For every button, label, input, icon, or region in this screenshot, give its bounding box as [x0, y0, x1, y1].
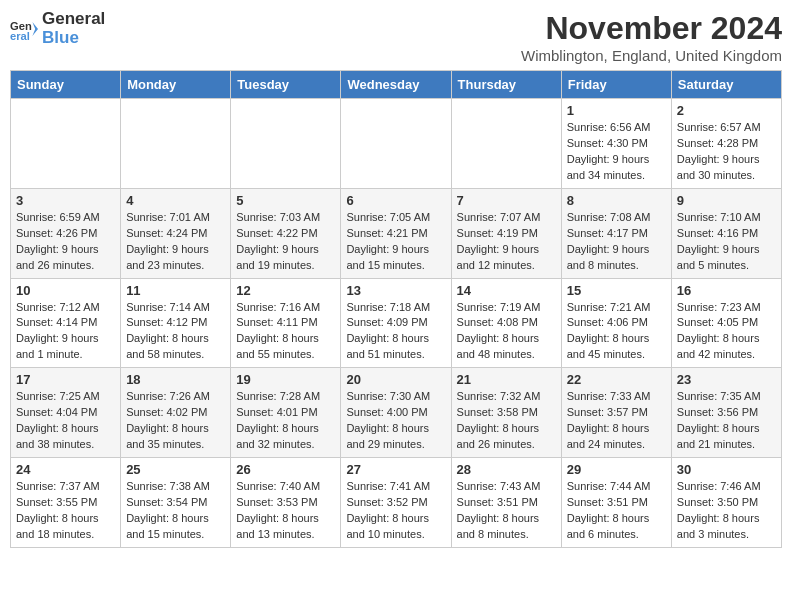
- calendar-cell: 15Sunrise: 7:21 AM Sunset: 4:06 PM Dayli…: [561, 278, 671, 368]
- day-info: Sunrise: 7:07 AM Sunset: 4:19 PM Dayligh…: [457, 210, 556, 274]
- day-number: 21: [457, 372, 556, 387]
- calendar-cell: 26Sunrise: 7:40 AM Sunset: 3:53 PM Dayli…: [231, 458, 341, 548]
- calendar-cell: 3Sunrise: 6:59 AM Sunset: 4:26 PM Daylig…: [11, 188, 121, 278]
- calendar-cell: 24Sunrise: 7:37 AM Sunset: 3:55 PM Dayli…: [11, 458, 121, 548]
- calendar-cell: [451, 99, 561, 189]
- day-number: 20: [346, 372, 445, 387]
- day-number: 8: [567, 193, 666, 208]
- calendar-cell: 2Sunrise: 6:57 AM Sunset: 4:28 PM Daylig…: [671, 99, 781, 189]
- day-number: 29: [567, 462, 666, 477]
- svg-marker-2: [32, 22, 38, 36]
- calendar-cell: 25Sunrise: 7:38 AM Sunset: 3:54 PM Dayli…: [121, 458, 231, 548]
- day-number: 24: [16, 462, 115, 477]
- day-info: Sunrise: 7:01 AM Sunset: 4:24 PM Dayligh…: [126, 210, 225, 274]
- calendar-cell: 16Sunrise: 7:23 AM Sunset: 4:05 PM Dayli…: [671, 278, 781, 368]
- day-number: 22: [567, 372, 666, 387]
- day-info: Sunrise: 7:16 AM Sunset: 4:11 PM Dayligh…: [236, 300, 335, 364]
- calendar-cell: 30Sunrise: 7:46 AM Sunset: 3:50 PM Dayli…: [671, 458, 781, 548]
- day-header-friday: Friday: [561, 71, 671, 99]
- month-title: November 2024: [521, 10, 782, 47]
- calendar-cell: [341, 99, 451, 189]
- calendar-cell: 10Sunrise: 7:12 AM Sunset: 4:14 PM Dayli…: [11, 278, 121, 368]
- day-number: 6: [346, 193, 445, 208]
- day-info: Sunrise: 7:05 AM Sunset: 4:21 PM Dayligh…: [346, 210, 445, 274]
- day-info: Sunrise: 7:21 AM Sunset: 4:06 PM Dayligh…: [567, 300, 666, 364]
- day-info: Sunrise: 7:28 AM Sunset: 4:01 PM Dayligh…: [236, 389, 335, 453]
- calendar-cell: 28Sunrise: 7:43 AM Sunset: 3:51 PM Dayli…: [451, 458, 561, 548]
- day-info: Sunrise: 7:43 AM Sunset: 3:51 PM Dayligh…: [457, 479, 556, 543]
- day-number: 2: [677, 103, 776, 118]
- day-info: Sunrise: 7:12 AM Sunset: 4:14 PM Dayligh…: [16, 300, 115, 364]
- day-number: 7: [457, 193, 556, 208]
- logo-line2: Blue: [42, 29, 105, 48]
- day-number: 13: [346, 283, 445, 298]
- calendar-cell: [11, 99, 121, 189]
- day-number: 30: [677, 462, 776, 477]
- calendar-cell: 5Sunrise: 7:03 AM Sunset: 4:22 PM Daylig…: [231, 188, 341, 278]
- day-info: Sunrise: 7:40 AM Sunset: 3:53 PM Dayligh…: [236, 479, 335, 543]
- logo-line1: General: [42, 10, 105, 29]
- day-info: Sunrise: 7:30 AM Sunset: 4:00 PM Dayligh…: [346, 389, 445, 453]
- week-row-5: 24Sunrise: 7:37 AM Sunset: 3:55 PM Dayli…: [11, 458, 782, 548]
- day-header-tuesday: Tuesday: [231, 71, 341, 99]
- day-info: Sunrise: 7:18 AM Sunset: 4:09 PM Dayligh…: [346, 300, 445, 364]
- day-number: 12: [236, 283, 335, 298]
- calendar-cell: 1Sunrise: 6:56 AM Sunset: 4:30 PM Daylig…: [561, 99, 671, 189]
- day-number: 10: [16, 283, 115, 298]
- calendar-cell: [231, 99, 341, 189]
- calendar-cell: 6Sunrise: 7:05 AM Sunset: 4:21 PM Daylig…: [341, 188, 451, 278]
- day-info: Sunrise: 7:14 AM Sunset: 4:12 PM Dayligh…: [126, 300, 225, 364]
- calendar-cell: 21Sunrise: 7:32 AM Sunset: 3:58 PM Dayli…: [451, 368, 561, 458]
- calendar-cell: 22Sunrise: 7:33 AM Sunset: 3:57 PM Dayli…: [561, 368, 671, 458]
- logo: Gen eral General Blue: [10, 10, 105, 47]
- calendar-cell: 19Sunrise: 7:28 AM Sunset: 4:01 PM Dayli…: [231, 368, 341, 458]
- day-number: 28: [457, 462, 556, 477]
- location: Wimblington, England, United Kingdom: [521, 47, 782, 64]
- calendar-cell: [121, 99, 231, 189]
- day-info: Sunrise: 7:37 AM Sunset: 3:55 PM Dayligh…: [16, 479, 115, 543]
- day-header-saturday: Saturday: [671, 71, 781, 99]
- week-row-4: 17Sunrise: 7:25 AM Sunset: 4:04 PM Dayli…: [11, 368, 782, 458]
- calendar-cell: 12Sunrise: 7:16 AM Sunset: 4:11 PM Dayli…: [231, 278, 341, 368]
- day-info: Sunrise: 7:33 AM Sunset: 3:57 PM Dayligh…: [567, 389, 666, 453]
- day-info: Sunrise: 6:56 AM Sunset: 4:30 PM Dayligh…: [567, 120, 666, 184]
- day-number: 23: [677, 372, 776, 387]
- calendar-cell: 18Sunrise: 7:26 AM Sunset: 4:02 PM Dayli…: [121, 368, 231, 458]
- day-header-sunday: Sunday: [11, 71, 121, 99]
- week-row-1: 1Sunrise: 6:56 AM Sunset: 4:30 PM Daylig…: [11, 99, 782, 189]
- calendar-cell: 20Sunrise: 7:30 AM Sunset: 4:00 PM Dayli…: [341, 368, 451, 458]
- day-number: 9: [677, 193, 776, 208]
- day-header-thursday: Thursday: [451, 71, 561, 99]
- calendar-cell: 17Sunrise: 7:25 AM Sunset: 4:04 PM Dayli…: [11, 368, 121, 458]
- calendar-cell: 4Sunrise: 7:01 AM Sunset: 4:24 PM Daylig…: [121, 188, 231, 278]
- day-info: Sunrise: 7:08 AM Sunset: 4:17 PM Dayligh…: [567, 210, 666, 274]
- week-row-2: 3Sunrise: 6:59 AM Sunset: 4:26 PM Daylig…: [11, 188, 782, 278]
- day-info: Sunrise: 7:19 AM Sunset: 4:08 PM Dayligh…: [457, 300, 556, 364]
- day-number: 4: [126, 193, 225, 208]
- day-info: Sunrise: 7:44 AM Sunset: 3:51 PM Dayligh…: [567, 479, 666, 543]
- calendar-table: SundayMondayTuesdayWednesdayThursdayFrid…: [10, 70, 782, 548]
- calendar-cell: 7Sunrise: 7:07 AM Sunset: 4:19 PM Daylig…: [451, 188, 561, 278]
- day-number: 15: [567, 283, 666, 298]
- calendar-cell: 27Sunrise: 7:41 AM Sunset: 3:52 PM Dayli…: [341, 458, 451, 548]
- day-info: Sunrise: 7:10 AM Sunset: 4:16 PM Dayligh…: [677, 210, 776, 274]
- day-number: 27: [346, 462, 445, 477]
- svg-text:eral: eral: [10, 30, 30, 42]
- page-header: Gen eral General Blue November 2024 Wimb…: [10, 10, 782, 64]
- day-number: 19: [236, 372, 335, 387]
- calendar-cell: 11Sunrise: 7:14 AM Sunset: 4:12 PM Dayli…: [121, 278, 231, 368]
- day-info: Sunrise: 6:59 AM Sunset: 4:26 PM Dayligh…: [16, 210, 115, 274]
- day-number: 26: [236, 462, 335, 477]
- day-info: Sunrise: 7:46 AM Sunset: 3:50 PM Dayligh…: [677, 479, 776, 543]
- day-info: Sunrise: 7:41 AM Sunset: 3:52 PM Dayligh…: [346, 479, 445, 543]
- calendar-cell: 14Sunrise: 7:19 AM Sunset: 4:08 PM Dayli…: [451, 278, 561, 368]
- day-info: Sunrise: 6:57 AM Sunset: 4:28 PM Dayligh…: [677, 120, 776, 184]
- logo-icon: Gen eral: [10, 15, 38, 43]
- day-number: 1: [567, 103, 666, 118]
- day-number: 5: [236, 193, 335, 208]
- calendar-cell: 23Sunrise: 7:35 AM Sunset: 3:56 PM Dayli…: [671, 368, 781, 458]
- calendar-cell: 13Sunrise: 7:18 AM Sunset: 4:09 PM Dayli…: [341, 278, 451, 368]
- day-number: 25: [126, 462, 225, 477]
- day-number: 16: [677, 283, 776, 298]
- day-info: Sunrise: 7:38 AM Sunset: 3:54 PM Dayligh…: [126, 479, 225, 543]
